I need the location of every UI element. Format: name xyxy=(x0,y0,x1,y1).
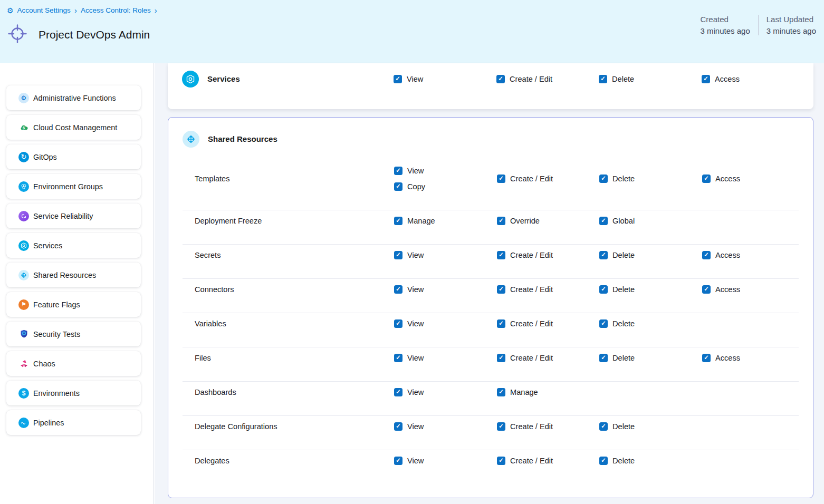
checkbox-checked-icon: ✓ xyxy=(599,354,608,362)
resource-label: Files xyxy=(195,354,394,362)
sidebar-item-gitops[interactable]: ↻ GitOps xyxy=(6,144,141,169)
checkbox-create-edit[interactable]: ✓ Create / Edit xyxy=(496,75,599,83)
checkbox-access[interactable]: ✓ Access xyxy=(702,251,799,259)
chaos-icon xyxy=(18,358,29,369)
checkbox-checked-icon: ✓ xyxy=(497,251,505,259)
sidebar-item-environment-groups[interactable]: Environment Groups xyxy=(6,174,141,199)
sidebar-item-pipelines[interactable]: Pipelines xyxy=(6,410,141,435)
sidebar-item-service-reliability[interactable]: Service Reliability xyxy=(6,203,141,228)
created-value: 3 minutes ago xyxy=(701,26,750,35)
checkbox-global[interactable]: ✓ Global xyxy=(599,217,702,225)
checkbox-label: Copy xyxy=(407,182,425,191)
last-updated-label: Last Updated xyxy=(766,15,816,24)
checkbox-label: View xyxy=(407,354,424,362)
checkbox-access[interactable]: ✓ Access xyxy=(702,75,813,83)
sidebar-item-label: Chaos xyxy=(33,360,55,368)
checkbox-delete[interactable]: ✓ Delete xyxy=(599,175,702,183)
checkbox-view[interactable]: ✓ View xyxy=(394,354,497,362)
shared-resources-card-header: Shared Resources xyxy=(168,118,813,160)
permission-cell: ✓ Delete xyxy=(599,422,702,431)
checkbox-label: Create / Edit xyxy=(510,251,553,259)
role-meta: Created 3 minutes ago Last Updated 3 min… xyxy=(701,15,816,35)
permission-cell: ✓ Manage xyxy=(394,217,497,225)
permission-cell: ✓ View xyxy=(394,75,496,83)
sidebar-item-chaos[interactable]: Chaos xyxy=(6,351,141,376)
check-glyph: ✓ xyxy=(601,218,606,224)
checkbox-checked-icon: ✓ xyxy=(394,217,403,225)
checkbox-access[interactable]: ✓ Access xyxy=(702,175,799,183)
resource-label: Delegate Configurations xyxy=(195,422,394,431)
check-glyph: ✓ xyxy=(601,458,606,464)
check-glyph: ✓ xyxy=(601,321,606,327)
checkbox-label: Delete xyxy=(612,422,635,431)
checkbox-view[interactable]: ✓ View xyxy=(394,319,497,328)
checkbox-checked-icon: ✓ xyxy=(497,285,505,294)
checkbox-view[interactable]: ✓ View xyxy=(394,167,497,175)
sidebar-item-shared-resources[interactable]: Shared Resources xyxy=(6,263,141,287)
checkbox-view[interactable]: ✓ View xyxy=(394,388,497,396)
checkbox-label: Delete xyxy=(612,251,635,259)
checkbox-create-edit[interactable]: ✓ Create / Edit xyxy=(497,285,599,294)
checkbox-view[interactable]: ✓ View xyxy=(394,75,496,83)
checkbox-create-edit[interactable]: ✓ Create / Edit xyxy=(497,319,599,328)
checkbox-delete[interactable]: ✓ Delete xyxy=(599,285,702,294)
checkbox-delete[interactable]: ✓ Delete xyxy=(599,319,702,328)
checkbox-label: Global xyxy=(612,217,635,225)
permission-cell: ✓ Create / Edit xyxy=(496,75,599,83)
checkbox-create-edit[interactable]: ✓ Create / Edit xyxy=(497,175,599,183)
sidebar-item-services[interactable]: Services xyxy=(6,233,141,258)
resource-label: Deployment Freeze xyxy=(195,217,394,225)
checkbox-label: Create / Edit xyxy=(510,319,553,328)
check-glyph: ✓ xyxy=(703,76,708,82)
sidebar-item-label: GitOps xyxy=(33,153,57,161)
check-glyph: ✓ xyxy=(499,218,504,224)
sidebar-item-administrative-functions[interactable]: ⚙ Administrative Functions xyxy=(6,85,141,110)
breadcrumb-access-control-roles[interactable]: Access Control: Roles xyxy=(81,6,151,14)
checkbox-checked-icon: ✓ xyxy=(599,457,608,465)
checkbox-override[interactable]: ✓ Override xyxy=(497,217,599,225)
checkbox-view[interactable]: ✓ View xyxy=(394,251,497,259)
shared-resources-diamond-icon xyxy=(18,270,29,280)
checkbox-label: Access xyxy=(715,285,740,294)
permission-cell: ✓ View xyxy=(394,285,497,294)
checkbox-delete[interactable]: ✓ Delete xyxy=(599,422,702,431)
checkbox-label: View xyxy=(407,285,424,294)
checkbox-label: Delete xyxy=(612,354,635,362)
checkbox-view[interactable]: ✓ View xyxy=(394,457,497,465)
checkbox-create-edit[interactable]: ✓ Create / Edit xyxy=(497,251,599,259)
checkbox-delete[interactable]: ✓ Delete xyxy=(599,354,702,362)
checkbox-manage[interactable]: ✓ Manage xyxy=(497,388,599,396)
checkbox-create-edit[interactable]: ✓ Create / Edit xyxy=(497,354,599,362)
resource-label: Connectors xyxy=(195,285,394,294)
checkbox-label: Access xyxy=(715,75,740,83)
checkbox-access[interactable]: ✓ Access xyxy=(702,285,799,294)
checkbox-create-edit[interactable]: ✓ Create / Edit xyxy=(497,422,599,431)
check-glyph: ✓ xyxy=(396,218,401,224)
checkbox-create-edit[interactable]: ✓ Create / Edit xyxy=(497,457,599,465)
sidebar-item-security-tests[interactable]: Security Tests xyxy=(6,322,141,346)
title-row: Project DevOps Admin xyxy=(7,23,150,46)
checkbox-access[interactable]: ✓ Access xyxy=(702,354,799,362)
resource-label: Variables xyxy=(195,319,394,328)
sidebar-item-cloud-cost-management[interactable]: $ Cloud Cost Management xyxy=(6,115,141,140)
sidebar-item-label: Services xyxy=(33,241,62,250)
checkbox-checked-icon: ✓ xyxy=(394,319,403,328)
checkbox-manage[interactable]: ✓ Manage xyxy=(394,217,497,225)
check-glyph: ✓ xyxy=(601,423,606,430)
checkbox-checked-icon: ✓ xyxy=(394,285,403,294)
sidebar-item-environments[interactable]: $ Environments xyxy=(6,381,141,405)
checkbox-view[interactable]: ✓ View xyxy=(394,285,497,294)
checkbox-view[interactable]: ✓ View xyxy=(394,422,497,431)
checkbox-delete[interactable]: ✓ Delete xyxy=(599,75,702,83)
sidebar-item-feature-flags[interactable]: ⚑ Feature Flags xyxy=(6,292,141,317)
sidebar-item-label: Environments xyxy=(33,389,80,398)
checkbox-copy[interactable]: ✓ Copy xyxy=(394,182,497,191)
sidebar-item-label: Environment Groups xyxy=(33,182,103,191)
checkbox-delete[interactable]: ✓ Delete xyxy=(599,251,702,259)
checkbox-delete[interactable]: ✓ Delete xyxy=(599,457,702,465)
resource-row-files: Files ✓ View ✓ Create / Edit ✓ Delete xyxy=(183,347,799,382)
checkbox-checked-icon: ✓ xyxy=(497,457,505,465)
breadcrumb: ⚙ Account Settings › Access Control: Rol… xyxy=(7,6,157,14)
permission-cell: ✓ View xyxy=(394,422,497,431)
breadcrumb-account-settings[interactable]: Account Settings xyxy=(17,6,71,14)
